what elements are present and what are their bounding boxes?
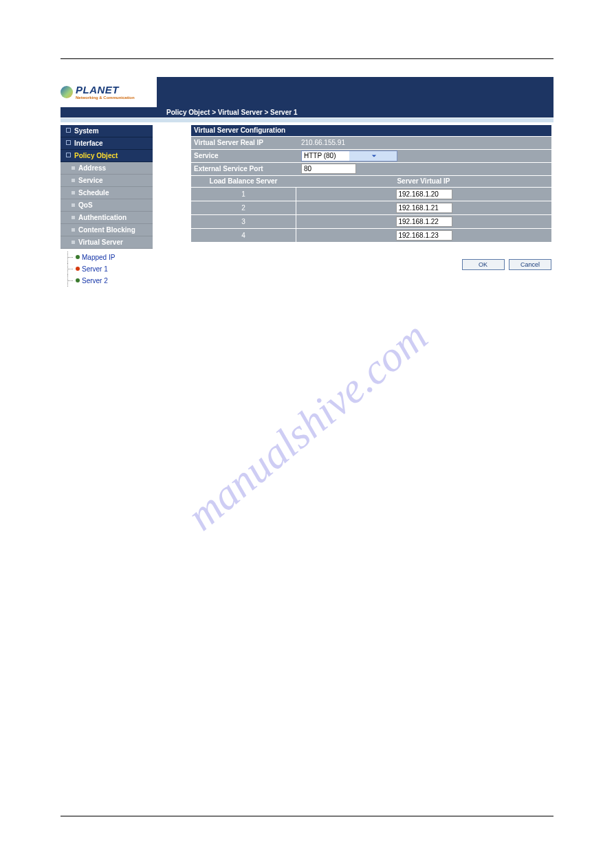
- server-ip-input[interactable]: [396, 216, 452, 227]
- bullet-icon: [76, 278, 80, 282]
- header-bar: [157, 77, 553, 107]
- bullet-icon: [76, 255, 80, 259]
- value-real-ip: 210.66.155.91: [298, 137, 551, 149]
- server-ip-input[interactable]: [396, 189, 452, 199]
- bullet-icon: [76, 267, 80, 271]
- label-real-ip: Virtual Server Real IP: [191, 137, 298, 149]
- server-index: 4: [191, 229, 296, 242]
- nav-policy-object[interactable]: Policy Object: [61, 150, 153, 162]
- breadcrumb: Policy Object > Virtual Server > Server …: [61, 107, 553, 118]
- server-table-header: Load Balance Server Server Virtual IP: [191, 176, 551, 187]
- subnav-content-blocking[interactable]: Content Blocking: [61, 224, 153, 236]
- value-ext-port: [298, 163, 551, 175]
- watermark: manualshive.com: [177, 312, 437, 540]
- logo: PLANET Networking & Communication: [61, 77, 157, 107]
- nav-interface[interactable]: Interface: [61, 137, 153, 150]
- header: PLANET Networking & Communication: [61, 77, 553, 107]
- row-real-ip: Virtual Server Real IP 210.66.155.91: [191, 137, 551, 149]
- col-virtual-ip: Server Virtual IP: [296, 176, 551, 187]
- tree-mapped-ip[interactable]: Mapped IP: [76, 252, 153, 263]
- subnav-authentication[interactable]: Authentication: [61, 212, 153, 224]
- subnav-schedule[interactable]: Schedule: [61, 187, 153, 199]
- config-panel: Virtual Server Configuration Virtual Ser…: [191, 125, 551, 242]
- planet-icon: [61, 86, 73, 98]
- row-ext-port: External Service Port: [191, 163, 551, 175]
- tree-label: Mapped IP: [82, 254, 115, 261]
- cancel-button[interactable]: Cancel: [509, 259, 551, 270]
- tree-server-1[interactable]: Server 1: [76, 263, 153, 275]
- content-area: Virtual Server Configuration Virtual Ser…: [153, 125, 553, 289]
- server-index: 3: [191, 215, 296, 228]
- virtual-server-tree: Mapped IP Server 1 Server 2: [61, 249, 153, 289]
- logo-title: PLANET: [76, 85, 135, 95]
- server-index: 2: [191, 201, 296, 214]
- server-ip-input[interactable]: [396, 230, 452, 241]
- label-service: Service: [191, 150, 298, 162]
- tree-server-2[interactable]: Server 2: [76, 275, 153, 287]
- bottom-rule: [61, 816, 553, 816]
- value-service: HTTP (80): [298, 150, 551, 162]
- sidebar: System Interface Policy Object Address S…: [61, 125, 153, 289]
- col-load-balance: Load Balance Server: [191, 176, 296, 187]
- server-index: 1: [191, 188, 296, 201]
- separator-band: [61, 118, 553, 122]
- row-service: Service HTTP (80): [191, 150, 551, 162]
- service-select[interactable]: HTTP (80): [301, 151, 397, 162]
- top-rule: [61, 58, 553, 59]
- panel-title: Virtual Server Configuration: [191, 125, 551, 136]
- server-row: 1: [191, 188, 551, 201]
- logo-tagline: Networking & Communication: [76, 96, 135, 100]
- server-row: 3: [191, 215, 551, 228]
- label-ext-port: External Service Port: [191, 163, 298, 175]
- subnav-address[interactable]: Address: [61, 162, 153, 175]
- server-ip-input[interactable]: [396, 203, 452, 213]
- tree-label: Server 1: [82, 265, 108, 273]
- subnav-qos[interactable]: QoS: [61, 199, 153, 212]
- service-select-value: HTTP (80): [302, 150, 349, 162]
- subnav-virtual-server[interactable]: Virtual Server: [61, 236, 153, 249]
- server-row: 4: [191, 229, 551, 242]
- server-row: 2: [191, 201, 551, 214]
- ok-button[interactable]: OK: [462, 259, 505, 270]
- chevron-down-icon: [349, 151, 397, 161]
- subnav-service[interactable]: Service: [61, 175, 153, 187]
- tree-label: Server 2: [82, 277, 108, 285]
- ext-port-input[interactable]: [301, 164, 356, 174]
- app-frame: PLANET Networking & Communication Policy…: [61, 77, 553, 289]
- button-bar: OK Cancel: [191, 257, 551, 270]
- nav-system[interactable]: System: [61, 125, 153, 137]
